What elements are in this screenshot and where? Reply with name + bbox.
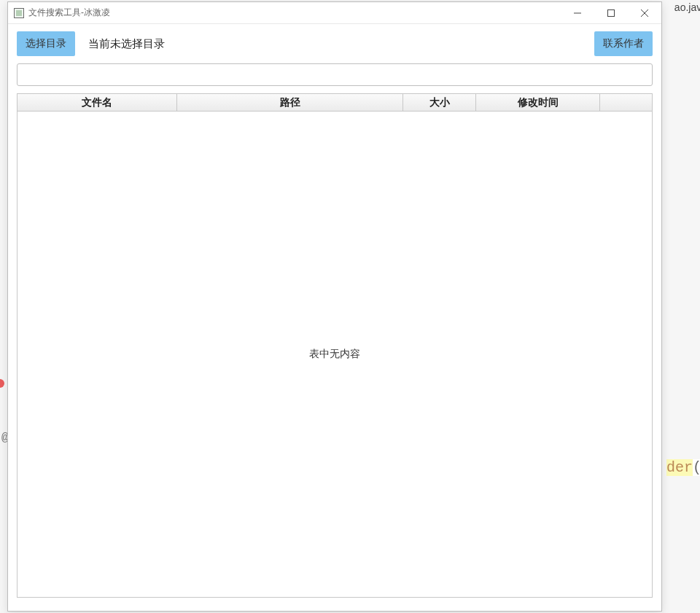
app-icon [14,8,24,18]
col-header-size[interactable]: 大小 [403,94,476,111]
minimize-button[interactable] [561,2,594,24]
window-title: 文件搜索工具-冰激凌 [28,7,110,19]
choose-dir-button[interactable]: 选择目录 [17,31,75,56]
col-header-name[interactable]: 文件名 [18,94,177,111]
results-table: 文件名 路径 大小 修改时间 表中无内容 [17,93,653,598]
col-header-mtime[interactable]: 修改时间 [476,94,600,111]
status-label: 当前未选择目录 [88,37,165,51]
svg-rect-1 [608,9,615,16]
app-window: 文件搜索工具-冰激凌 选择目录 当前未选择目录 联系作者 文件名 路径 大小 修… [7,1,662,612]
empty-message: 表中无内容 [309,348,360,361]
bg-breakpoint-dot [0,379,4,388]
maximize-button[interactable] [594,2,628,24]
toolbar: 选择目录 当前未选择目录 联系作者 [8,24,661,63]
titlebar[interactable]: 文件搜索工具-冰激凌 [8,2,661,24]
contact-author-button[interactable]: 联系作者 [594,31,653,56]
close-button[interactable] [628,2,661,24]
col-header-path[interactable]: 路径 [177,94,403,111]
table-body: 表中无内容 [18,112,652,597]
minimize-icon [574,9,581,17]
bg-code-fragment: der( [666,459,700,476]
search-input[interactable] [17,63,653,86]
bg-tab-label: ao.java [674,1,700,13]
search-row [8,63,661,93]
col-header-extra[interactable] [600,94,652,111]
table-header: 文件名 路径 大小 修改时间 [18,94,652,112]
maximize-icon [607,9,615,17]
close-icon [641,9,648,17]
